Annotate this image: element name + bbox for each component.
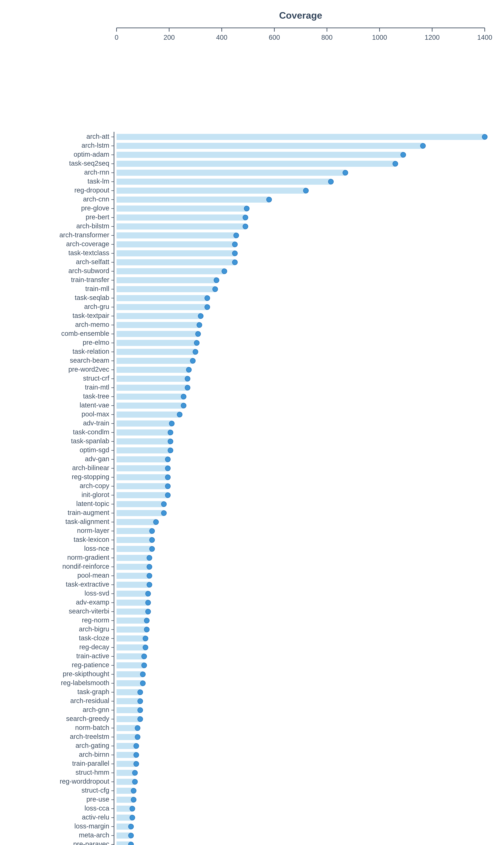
x-tick-label: 200 [163, 34, 175, 41]
y-tick-label: arch-bilstm [76, 222, 109, 230]
bar [116, 331, 198, 337]
bar [116, 653, 144, 659]
bar-marker [149, 528, 155, 533]
bar-marker [328, 179, 334, 184]
bar-marker [181, 403, 186, 408]
bar [116, 761, 136, 767]
y-tick-label: arch-cnn [83, 195, 109, 203]
x-tick-label: 400 [216, 34, 227, 41]
y-tick-label: task-alignment [65, 518, 109, 525]
y-tick-label: loss-svd [85, 589, 109, 597]
y-tick-label: reg-patience [72, 661, 109, 669]
bar [116, 196, 269, 203]
bar [116, 573, 149, 579]
bar-marker [165, 475, 170, 480]
bar [116, 393, 184, 400]
y-tick-label: arch-birnn [79, 751, 109, 758]
y-tick-label: task-cloze [79, 634, 109, 642]
bar [116, 367, 189, 373]
y-tick-label: task-textclass [68, 249, 109, 257]
bar [116, 438, 170, 444]
bar-marker [205, 304, 210, 310]
y-tick-label: adv-train [83, 419, 109, 427]
bar-marker [168, 448, 173, 453]
bar [116, 214, 246, 221]
bar-marker [146, 600, 151, 605]
y-tick-label: latent-vae [79, 401, 109, 409]
bar [116, 492, 168, 498]
bar [116, 322, 199, 328]
bar-marker [131, 797, 136, 802]
bar-marker [181, 394, 186, 399]
bar [116, 421, 172, 426]
bar-marker [140, 681, 145, 686]
y-tick-label: arch-subword [68, 267, 109, 275]
y-tick-label: train-parallel [72, 760, 109, 767]
y-tick-label: arch-residual [70, 697, 109, 704]
y-tick-label: arch-gru [84, 303, 109, 310]
bar [116, 277, 217, 283]
bar-marker [134, 761, 139, 767]
y-tick-label: optim-adam [74, 151, 109, 158]
bar-marker [161, 501, 166, 507]
bar [116, 752, 136, 758]
bar [116, 349, 195, 355]
y-tick-label: train-mtl [85, 384, 109, 391]
bar-marker [243, 224, 248, 229]
y-tick-label: loss-nce [84, 545, 109, 552]
bar [116, 465, 168, 471]
bar-marker [194, 340, 199, 346]
bar-marker [135, 725, 140, 730]
bar-marker [244, 206, 249, 211]
y-tick-label: task-tree [83, 392, 109, 400]
y-tick-label: arch-coverage [66, 240, 109, 248]
bar-marker [143, 636, 148, 641]
y-tick-label: struct-cfg [82, 787, 109, 794]
y-tick-label: norm-layer [77, 527, 109, 534]
y-tick-label: meta-arch [79, 831, 109, 839]
chart-container: Coverage0200400600800100012001400arch-at… [0, 0, 504, 845]
y-tick-label: reg-labelsmooth [61, 679, 109, 686]
bar [116, 645, 145, 650]
y-tick-label: task-spanlab [71, 437, 109, 445]
bar [116, 259, 235, 265]
y-tick-label: pre-use [86, 795, 109, 803]
y-tick-label: reg-dropout [74, 187, 109, 194]
x-tick-label: 1200 [425, 34, 440, 41]
y-tick-label: arch-treelstm [70, 733, 109, 740]
bar-marker [142, 654, 147, 659]
bar [116, 411, 180, 418]
bar-marker [146, 609, 151, 614]
bar-marker [165, 493, 170, 498]
bar-marker [185, 376, 190, 381]
y-tick-label: task-condlm [73, 428, 109, 436]
bar [116, 134, 485, 140]
bar-marker [198, 314, 203, 319]
bar [116, 188, 306, 194]
bar-marker [393, 161, 398, 166]
y-tick-label: adv-gan [85, 455, 109, 462]
bar-marker [232, 251, 237, 256]
bar [116, 483, 168, 489]
y-tick-label: train-augment [68, 509, 109, 516]
bar [116, 152, 403, 158]
bar [116, 627, 147, 633]
bar [116, 474, 168, 480]
bar [116, 680, 143, 686]
y-tick-label: arch-bilinear [72, 464, 109, 472]
bar-marker [214, 278, 219, 283]
bar-marker [222, 269, 227, 274]
y-tick-label: task-relation [72, 348, 109, 355]
y-tick-label: pool-max [82, 410, 109, 418]
y-tick-label: pool-mean [77, 571, 109, 579]
y-tick-label: task-seqlab [75, 294, 109, 301]
bar-marker [401, 152, 406, 157]
bar [116, 555, 149, 561]
y-tick-label: task-lm [88, 177, 109, 185]
y-tick-label: reg-norm [82, 616, 109, 624]
bar [116, 600, 148, 606]
bar-marker [144, 618, 149, 623]
bar [116, 161, 395, 167]
bar-marker [138, 717, 143, 722]
bar [116, 286, 215, 292]
